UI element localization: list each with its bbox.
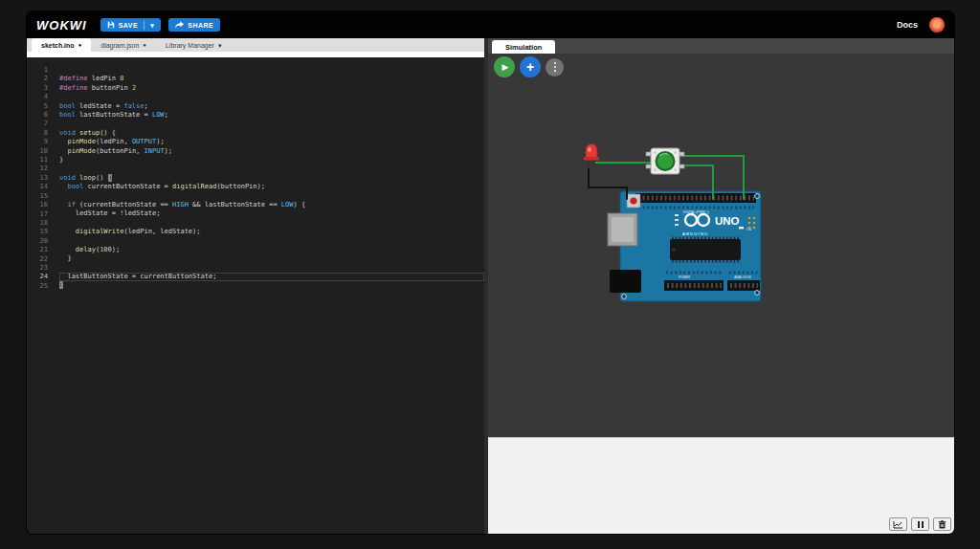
share-button[interactable]: SHARE — [168, 18, 220, 32]
user-avatar[interactable] — [929, 17, 945, 33]
line-number: 24 — [27, 273, 48, 281]
line-number: 19 — [27, 228, 48, 236]
code-line[interactable]: if (currentButtonState == HIGH && lastBu… — [59, 201, 484, 209]
line-chart-icon — [893, 520, 903, 529]
code-line[interactable] — [59, 165, 484, 173]
pause-icon — [917, 520, 924, 529]
code-line[interactable]: ledState = !ledState; — [59, 209, 484, 218]
tab-diagram-json[interactable]: diagram.json ● — [91, 38, 156, 52]
docs-link[interactable]: Docs — [897, 20, 918, 30]
tab-label: Simulation — [505, 43, 542, 52]
board-brand-label: ARDUINO — [682, 231, 708, 236]
clear-button[interactable] — [933, 517, 951, 531]
tab-simulation[interactable]: Simulation — [492, 40, 555, 54]
code-line[interactable] — [59, 120, 484, 128]
code-line[interactable]: #define buttonPin 2 — [59, 84, 484, 93]
code-line[interactable] — [59, 236, 484, 245]
code-line[interactable]: } — [59, 254, 484, 263]
tab-sketch-ino[interactable]: sketch.ino ● — [32, 38, 91, 52]
line-number: 25 — [27, 282, 48, 291]
line-number: 10 — [27, 147, 48, 156]
code-line[interactable]: bool lastButtonState = LOW; — [59, 111, 484, 120]
unsaved-dot-icon: ● — [78, 42, 82, 48]
arduino-uno-board[interactable]: DIGITAL (PWM ~) UNO — [608, 191, 761, 301]
code-line[interactable] — [59, 219, 484, 228]
line-number: 14 — [27, 183, 48, 191]
line-number: 22 — [27, 255, 48, 264]
line-number: 8 — [27, 129, 48, 138]
top-bar: WOKWI SAVE ▾ SHARE Docs — [27, 11, 954, 38]
code-editor[interactable]: 1234567891011121314151617181920212223242… — [27, 57, 484, 534]
serial-toolbar — [889, 517, 951, 531]
trash-icon — [938, 520, 947, 529]
code-line[interactable]: } — [59, 281, 484, 290]
code-line[interactable]: bool currentButtonState = digitalRead(bu… — [59, 183, 484, 191]
line-number: 5 — [27, 102, 48, 111]
usb-connector — [612, 217, 634, 242]
pause-button[interactable] — [911, 517, 929, 531]
line-number: 12 — [27, 165, 48, 173]
kebab-menu-icon — [554, 62, 556, 64]
reset-button[interactable] — [630, 197, 636, 204]
line-number: 9 — [27, 138, 48, 146]
line-number: 2 — [27, 75, 48, 83]
line-number: 20 — [27, 237, 48, 246]
wokwi-app-window: WOKWI SAVE ▾ SHARE Docs — [27, 11, 954, 534]
save-split-divider — [144, 21, 145, 30]
code-line[interactable]: } — [59, 156, 484, 165]
green-pushbutton[interactable] — [646, 148, 684, 174]
line-number: 6 — [27, 111, 48, 120]
tab-label: Library Manager — [166, 42, 214, 49]
code-line[interactable] — [59, 66, 484, 75]
code-line[interactable] — [59, 191, 484, 200]
line-number: 16 — [27, 201, 48, 209]
simulation-panel: Simulation ▶ + — [488, 38, 954, 534]
editor-gutter: 1234567891011121314151617181920212223242… — [27, 66, 56, 534]
line-number: 7 — [27, 120, 48, 128]
simulation-controls: ▶ + — [494, 56, 564, 77]
line-number: 11 — [27, 156, 48, 165]
code-line[interactable]: pinMode(ledPin, OUTPUT); — [59, 138, 484, 146]
unsaved-dot-icon: ● — [143, 42, 146, 48]
save-button[interactable]: SAVE ▾ — [100, 18, 162, 32]
code-line[interactable] — [59, 93, 484, 101]
code-line[interactable] — [59, 264, 484, 273]
editor-panel: sketch.ino ● diagram.json ● Library Mana… — [27, 38, 484, 534]
share-icon — [175, 21, 184, 29]
serial-monitor-area[interactable] — [488, 437, 954, 534]
tab-label: sketch.ino — [41, 42, 75, 49]
power-led — [739, 227, 744, 229]
editor-tab-bar: sketch.ino ● diagram.json ● Library Mana… — [27, 38, 484, 57]
play-button[interactable]: ▶ — [494, 56, 515, 77]
code-line[interactable]: void loop() { — [59, 174, 484, 183]
line-number: 15 — [27, 192, 48, 201]
tab-label: diagram.json — [100, 42, 139, 49]
share-label: SHARE — [188, 22, 213, 29]
atmega-chip — [670, 239, 741, 260]
red-led[interactable] — [584, 144, 599, 169]
more-options-button[interactable] — [546, 58, 564, 77]
simulation-canvas[interactable]: ▶ + — [488, 54, 954, 437]
board-name-label: UNO — [715, 215, 740, 227]
editor-code[interactable]: #define ledPin 8#define buttonPin 2 bool… — [56, 66, 484, 534]
code-line[interactable]: bool ledState = false; — [59, 102, 484, 111]
power-header-label: POWER — [679, 275, 691, 279]
simulation-tab-bar: Simulation — [488, 38, 954, 54]
line-number: 1 — [27, 66, 48, 75]
tab-library-manager[interactable]: Library Manager ▾ — [156, 38, 231, 52]
code-line[interactable]: void setup() { — [59, 129, 484, 138]
circuit-diagram[interactable]: DIGITAL (PWM ~) UNO — [488, 54, 954, 437]
code-line[interactable]: delay(100); — [59, 246, 484, 254]
code-line[interactable]: digitalWrite(ledPin, ledState); — [59, 228, 484, 236]
plot-button[interactable] — [889, 517, 907, 531]
add-part-button[interactable]: + — [520, 56, 541, 77]
code-line[interactable]: #define ledPin 8 — [59, 75, 484, 83]
line-number: 13 — [27, 174, 48, 183]
plus-icon: + — [526, 59, 534, 75]
line-number: 4 — [27, 93, 48, 101]
power-jack — [610, 270, 641, 293]
code-line[interactable]: lastButtonState = currentButtonState; — [59, 273, 484, 281]
save-icon — [107, 21, 115, 29]
save-dropdown-caret-icon[interactable]: ▾ — [150, 22, 154, 29]
code-line[interactable]: pinMode(buttonPin, INPUT); — [59, 147, 484, 156]
